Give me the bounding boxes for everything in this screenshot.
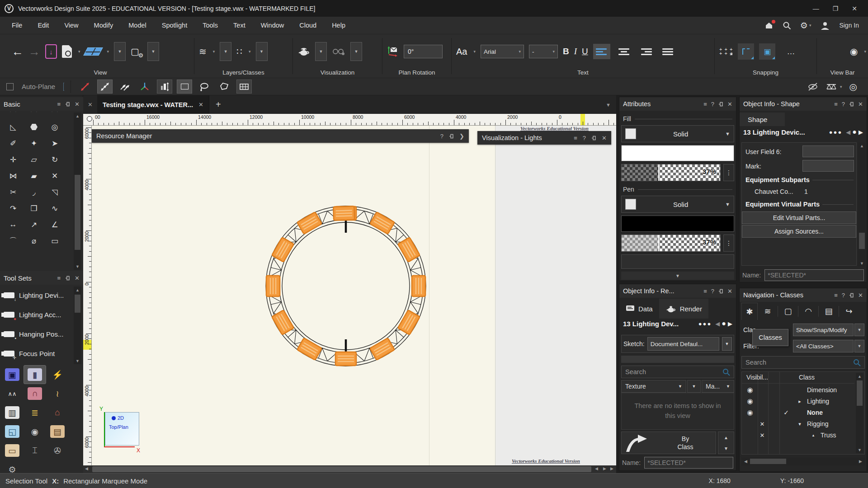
shape-panel-scrollbar[interactable]: ▲ ▼ bbox=[858, 142, 866, 267]
hide-objects-icon[interactable] bbox=[807, 82, 819, 92]
sign-in-button[interactable]: Sign In bbox=[839, 22, 859, 29]
ruler-origin-marker[interactable] bbox=[87, 116, 92, 122]
axis-3d-icon[interactable] bbox=[137, 80, 152, 94]
truss-selection-icon[interactable]: ▾ bbox=[826, 82, 842, 91]
lighting-device[interactable] bbox=[412, 276, 425, 296]
subpart-name[interactable]: Chauvet Co... bbox=[755, 188, 793, 195]
move-by-points-tool[interactable]: ✛ bbox=[3, 151, 24, 168]
menu-file[interactable]: File bbox=[5, 19, 28, 32]
selection-options-icon[interactable]: ●●● bbox=[698, 320, 712, 327]
render-teapot-icon[interactable] bbox=[297, 47, 310, 56]
expand-arrow-icon[interactable]: ▴ bbox=[809, 430, 818, 441]
polygon-marquee-icon[interactable] bbox=[217, 80, 232, 94]
hamburger-menu-icon[interactable]: ≡ bbox=[703, 101, 707, 108]
home-icon[interactable] bbox=[764, 21, 774, 29]
menu-text[interactable]: Text bbox=[227, 19, 252, 32]
pin-icon[interactable] bbox=[449, 134, 454, 139]
resize-mode-icon[interactable] bbox=[97, 80, 113, 94]
texture-column-dropdown[interactable]: Texture▼ bbox=[621, 380, 686, 393]
power-planning-tool[interactable]: ⚡ bbox=[46, 365, 69, 384]
filter-dropdown[interactable]: <All Classes> bbox=[793, 340, 854, 352]
align-center-button[interactable] bbox=[615, 44, 632, 59]
class-options-dropdown[interactable]: Show/Snap/Modify bbox=[793, 324, 854, 336]
help-icon[interactable]: ? bbox=[711, 101, 714, 108]
arc-connect-tool[interactable]: ↷ bbox=[3, 200, 24, 216]
references-tab-icon[interactable]: ▤ bbox=[821, 303, 837, 320]
more-options-button[interactable]: … bbox=[787, 47, 795, 56]
dim-linear-tool[interactable]: ↔ bbox=[3, 216, 24, 233]
scrollbar-thumb[interactable] bbox=[92, 466, 591, 472]
dim-aligned-tool[interactable]: ↗ bbox=[24, 216, 44, 233]
class-row-lighting[interactable]: ◉▸Lighting bbox=[742, 396, 854, 407]
menu-view[interactable]: View bbox=[58, 19, 85, 32]
window-tool[interactable]: ◱ bbox=[1, 422, 24, 441]
fill-style-dropdown[interactable]: Solid ▼ bbox=[621, 125, 734, 142]
pin-icon[interactable] bbox=[718, 102, 723, 107]
minimize-button[interactable]: — bbox=[813, 5, 819, 12]
render-mode-dropdown[interactable]: ▼ bbox=[147, 42, 159, 61]
classes-dropdown[interactable]: ▼ bbox=[256, 42, 268, 61]
attributes-collapse-bar[interactable]: ▼ bbox=[621, 272, 734, 280]
auto-plane-checkbox[interactable] bbox=[6, 83, 14, 90]
active-class-check-icon[interactable]: ✓ bbox=[781, 407, 792, 418]
casegoods-tool[interactable]: ▤ bbox=[46, 422, 69, 441]
class-row-none[interactable]: ◉✓None bbox=[742, 407, 854, 418]
lasso-marquee-icon[interactable] bbox=[197, 80, 212, 94]
assign-sources-button[interactable]: Assign Sources... bbox=[742, 225, 856, 238]
visibility-off-icon[interactable]: ✕ bbox=[757, 430, 767, 441]
prev-object-icon[interactable]: ◀ bbox=[846, 129, 850, 136]
scroll-right-icon[interactable]: ▶ bbox=[856, 459, 865, 464]
user-field6-input[interactable] bbox=[802, 145, 854, 157]
close-icon[interactable]: ✕ bbox=[75, 275, 80, 282]
settings-gear-icon[interactable]: ⚙▾ bbox=[800, 20, 811, 31]
search-icon[interactable] bbox=[783, 21, 791, 30]
delete-tool[interactable]: ✕ bbox=[44, 168, 65, 184]
text-format-icon[interactable]: Aa bbox=[456, 47, 467, 57]
tab-render[interactable]: Render bbox=[659, 299, 708, 319]
mapping-column-dropdown[interactable]: Ma...▼ bbox=[702, 380, 734, 393]
clipped-tool[interactable]: ◠ bbox=[44, 112, 65, 118]
expand-arrow-icon[interactable]: ▾ bbox=[795, 418, 804, 429]
viewports-tab-icon[interactable]: ▢ bbox=[780, 303, 796, 320]
classes-search-input[interactable]: Search bbox=[741, 356, 865, 369]
close-pane-icon[interactable]: ✕ bbox=[83, 101, 97, 108]
visualization-lights-header[interactable]: Visualization - Lights ≡ ? ✕ bbox=[477, 131, 611, 145]
spin-up-icon[interactable]: ▲ bbox=[718, 432, 734, 443]
camera-tool[interactable]: ◉ bbox=[24, 422, 46, 441]
class-row-rigging[interactable]: ✕▾Rigging bbox=[742, 418, 854, 429]
rectangular-marquee-icon[interactable] bbox=[177, 80, 192, 94]
selection-options-icon[interactable]: ●●● bbox=[829, 129, 843, 136]
align-left-button[interactable] bbox=[593, 44, 610, 59]
fill-color-bar[interactable] bbox=[621, 145, 734, 161]
lighting-device[interactable] bbox=[335, 352, 356, 366]
menu-cloud[interactable]: Cloud bbox=[293, 19, 323, 32]
classes-icon[interactable]: ∷ bbox=[236, 46, 242, 57]
help-icon[interactable]: ? bbox=[583, 135, 586, 141]
maximize-button[interactable]: ❐ bbox=[833, 5, 839, 12]
scroll-left-icon[interactable]: ◀ bbox=[741, 459, 750, 464]
bold-button[interactable]: B bbox=[563, 47, 569, 56]
class-name[interactable]: Dimension bbox=[807, 385, 857, 395]
fill-opacity-menu-icon[interactable]: ⋮ bbox=[723, 164, 734, 181]
hamburger-menu-icon[interactable]: ≡ bbox=[57, 101, 61, 108]
hanging-position-tool[interactable]: ▪Hanging Pos... bbox=[0, 324, 71, 344]
connect-combine-tool[interactable]: ∿ bbox=[44, 200, 65, 216]
tab-list-dropdown-icon[interactable]: ▼ bbox=[606, 102, 616, 108]
close-button[interactable]: ✕ bbox=[852, 5, 857, 12]
help-icon[interactable]: ? bbox=[842, 101, 845, 108]
trim-tool[interactable]: ✂ bbox=[3, 184, 24, 200]
snap-to-object-icon[interactable] bbox=[738, 43, 754, 60]
lighting-device[interactable] bbox=[297, 338, 322, 360]
hamburger-menu-icon[interactable]: ≡ bbox=[834, 101, 838, 108]
plane-mode-icon[interactable] bbox=[63, 83, 64, 91]
hamburger-menu-icon[interactable]: ≡ bbox=[57, 275, 61, 282]
net-select-icon[interactable] bbox=[236, 80, 252, 94]
pen-color-bar[interactable] bbox=[621, 216, 734, 232]
view-bar-icon[interactable]: ◉ bbox=[850, 46, 858, 57]
mid-column-dropdown[interactable]: ▼ bbox=[687, 380, 701, 393]
clipped-tool[interactable]: ◠ bbox=[24, 112, 44, 118]
class-options-dropdown-arrow[interactable]: ▼ bbox=[854, 324, 864, 336]
select-similar-tool[interactable]: ➤ bbox=[44, 135, 65, 151]
axis-widget-box[interactable]: 2D Top/Plan bbox=[105, 412, 139, 446]
lighting-accessory-tool[interactable]: ●Lighting Acc... bbox=[0, 305, 71, 324]
